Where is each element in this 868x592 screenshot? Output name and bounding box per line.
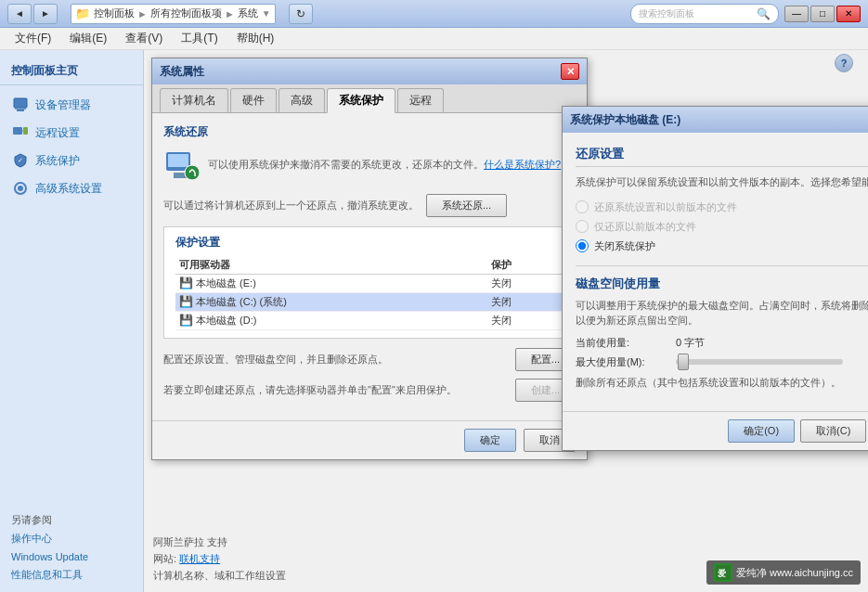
menu-bar: 文件(F) 编辑(E) 查看(V) 工具(T) 帮助(H) xyxy=(0,28,868,50)
sidebar-item-remote-settings[interactable]: 远程设置 xyxy=(0,119,143,147)
tab-computer-name[interactable]: 计算机名 xyxy=(160,88,228,112)
refresh-button[interactable]: ↻ xyxy=(289,4,313,24)
system-restore-button[interactable]: 系统还原... xyxy=(426,194,507,217)
radio-restore-all-input[interactable] xyxy=(576,200,589,213)
title-bar: ◄ ► 📁 控制面板 ► 所有控制面板项 ► 系统 ▼ ↻ 搜索控制面板 xyxy=(0,0,868,28)
sidebar-item-action-center[interactable]: 操作中心 xyxy=(0,529,143,548)
dropdown-icon[interactable]: ▼ xyxy=(262,8,271,19)
sidebar-item-performance[interactable]: 性能信息和工具 xyxy=(0,565,143,585)
system-restore-desc-text: 可以使用系统保护来撤消不需要的系统更改，还原本的文件。什么是系统保护? xyxy=(208,159,561,170)
config-row: 配置还原设置、管理磁盘空间，并且删除还原点。 配置... xyxy=(163,348,576,371)
sidebar-item-windows-update[interactable]: Windows Update xyxy=(0,548,143,565)
drive-status-d: 关闭 xyxy=(487,312,564,330)
drive-status-c: 关闭 xyxy=(487,293,564,312)
drive-d-icon: 💾 xyxy=(179,314,193,327)
also-see-title: 另请参阅 xyxy=(0,506,143,529)
menu-tools[interactable]: 工具(T) xyxy=(174,29,225,48)
menu-edit[interactable]: 编辑(E) xyxy=(62,29,114,48)
table-row[interactable]: 💾 本地磁盘 (C:) (系统) 关闭 xyxy=(175,293,564,312)
protect-cancel-button[interactable]: 取消(C) xyxy=(800,419,866,443)
refresh-area: ↻ xyxy=(289,4,313,24)
back-button[interactable]: ◄ xyxy=(7,4,32,24)
create-desc: 若要立即创建还原点，请先选择驱动器并单击"配置"来启用保护。 xyxy=(163,383,515,397)
table-row[interactable]: 💾 本地磁盘 (D:) 关闭 xyxy=(175,312,564,330)
divider xyxy=(576,265,868,266)
protect-restore-desc: 系统保护可以保留系统设置和以前文件版本的副本。选择您希望能够还原的内容: xyxy=(576,174,868,190)
sidebar-label-advanced-settings: 高级系统设置 xyxy=(35,181,102,197)
main-window: ◄ ► 📁 控制面板 ► 所有控制面板项 ► 系统 ▼ ↻ 搜索控制面板 xyxy=(0,0,868,592)
tab-system-protection[interactable]: 系统保护 xyxy=(327,88,395,113)
address-bar[interactable]: 📁 控制面板 ► 所有控制面板项 ► 系统 ▼ xyxy=(71,4,276,24)
col-protection: 保护 xyxy=(487,256,564,275)
tab-hardware[interactable]: 硬件 xyxy=(230,88,277,112)
maximize-button[interactable]: □ xyxy=(810,6,835,22)
breadcrumb: 控制面板 ► 所有控制面板项 ► 系统 xyxy=(94,6,258,20)
watermark-logo: 爱 xyxy=(714,563,732,582)
current-usage-row: 当前使用量: 0 字节 xyxy=(576,336,868,350)
radio-disable-protection-input[interactable] xyxy=(576,239,589,252)
system-restore-header: 系统还原 xyxy=(163,124,576,140)
menu-file[interactable]: 文件(F) xyxy=(7,29,58,48)
forward-button[interactable]: ► xyxy=(33,4,58,24)
restore-button-row: 可以通过将计算机还原到上一个还原点，撤消系统更改。 系统还原... xyxy=(163,194,576,217)
menu-help[interactable]: 帮助(H) xyxy=(229,29,282,48)
svg-point-11 xyxy=(185,165,200,180)
col-drive: 可用驱动器 xyxy=(175,256,487,275)
search-box[interactable]: 搜索控制面板 🔍 xyxy=(630,4,779,24)
system-props-ok-button[interactable]: 确定 xyxy=(464,429,516,452)
watermark-text: 爱纯净 www.aichunjing.cc xyxy=(736,566,853,580)
svg-rect-1 xyxy=(17,109,24,111)
config-desc: 配置还原设置、管理磁盘空间，并且删除还原点。 xyxy=(163,353,515,367)
system-props-content: 系统还原 xyxy=(152,113,587,420)
svg-rect-10 xyxy=(168,154,188,167)
table-row[interactable]: 💾 本地磁盘 (E:) 关闭 xyxy=(175,275,564,293)
radio-disable-protection[interactable]: 关闭系统保护 xyxy=(576,237,868,256)
protect-ok-button[interactable]: 确定(O) xyxy=(728,419,795,443)
search-placeholder: 搜索控制面板 xyxy=(639,7,694,20)
system-props-close-button[interactable]: ✕ xyxy=(561,63,579,80)
system-props-title: 系统属性 xyxy=(160,64,204,80)
tab-advanced[interactable]: 高级 xyxy=(279,88,325,112)
protection-settings-title: 保护设置 xyxy=(175,235,564,251)
slider-container[interactable] xyxy=(676,359,843,365)
drive-e-icon: 💾 xyxy=(179,277,193,290)
sidebar-label-system-protection: 系统保护 xyxy=(35,153,80,169)
svg-point-8 xyxy=(18,186,23,191)
sidebar-item-system-protection[interactable]: ✓ 系统保护 xyxy=(0,147,143,174)
menu-view[interactable]: 查看(V) xyxy=(118,29,170,48)
tab-remote[interactable]: 远程 xyxy=(397,88,444,112)
sidebar-title: 控制面板主页 xyxy=(0,58,143,85)
content-area: 控制面板主页 设备管理器 远程设置 ✓ 系统保护 xyxy=(0,50,868,592)
protect-footer: 确定(O) 取消(C) 应用(A) xyxy=(563,411,868,450)
title-bar-right: 搜索控制面板 🔍 — □ ✕ xyxy=(630,4,861,24)
radio-restore-files-only[interactable]: 仅还原以前版本的文件 xyxy=(576,217,868,237)
current-usage-value: 0 字节 xyxy=(676,336,705,350)
what-is-protection-link[interactable]: 什么是系统保护? xyxy=(484,159,561,170)
create-row: 若要立即创建还原点，请先选择驱动器并单击"配置"来启用保护。 创建... xyxy=(163,379,576,402)
protect-restore-title: 还原设置 xyxy=(576,146,868,167)
sidebar-item-device-manager[interactable]: 设备管理器 xyxy=(0,91,143,119)
system-protection-icon: ✓ xyxy=(11,151,30,170)
system-restore-icon xyxy=(163,146,201,183)
nav-buttons: ◄ ► xyxy=(7,4,58,24)
sidebar-item-advanced-settings[interactable]: 高级系统设置 xyxy=(0,174,143,202)
close-button[interactable]: ✕ xyxy=(836,6,861,22)
slider-thumb[interactable] xyxy=(678,354,689,370)
remote-settings-icon xyxy=(11,123,30,142)
protect-title-bar: 系统保护本地磁盘 (E:) ✕ xyxy=(563,107,868,133)
drive-c-icon: 💾 xyxy=(179,295,193,308)
support-link[interactable]: 联机支持 xyxy=(179,553,220,564)
radio-restore-files-only-input[interactable] xyxy=(576,220,589,233)
protection-settings-section: 保护设置 可用驱动器 保护 💾 xyxy=(163,226,576,339)
help-button[interactable]: ? xyxy=(835,54,853,72)
protect-title: 系统保护本地磁盘 (E:) xyxy=(570,112,680,128)
svg-text:✓: ✓ xyxy=(18,157,23,163)
slider-track[interactable] xyxy=(676,359,843,365)
system-props-footer: 确定 取消 xyxy=(152,420,587,459)
system-restore-row: 可以使用系统保护来撤消不需要的系统更改，还原本的文件。什么是系统保护? xyxy=(163,146,576,183)
radio-restore-all[interactable]: 还原系统设置和以前版本的文件 xyxy=(576,198,868,217)
svg-rect-4 xyxy=(23,127,28,135)
minimize-button[interactable]: — xyxy=(784,6,809,22)
sidebar-also-see: 另请参阅 操作中心 Windows Update 性能信息和工具 xyxy=(0,506,143,585)
max-usage-row: 最大使用量(M): xyxy=(576,355,868,369)
